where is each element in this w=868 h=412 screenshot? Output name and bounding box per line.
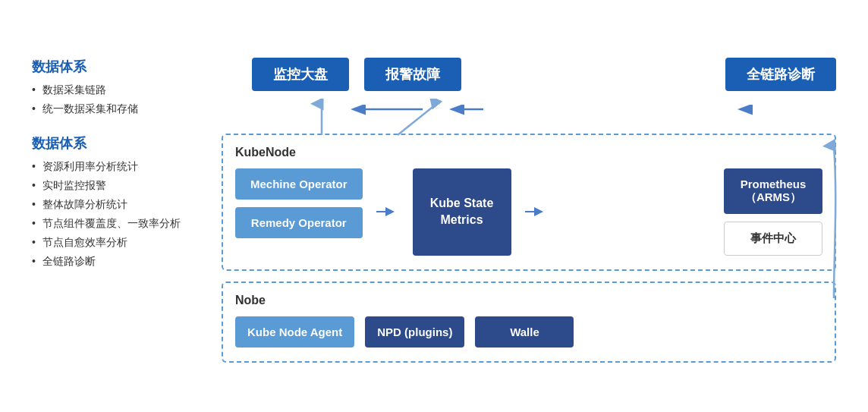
arrows-svg-top [222, 105, 836, 134]
diagram-area: KubeNode Mechine Operator Remedy Operato… [222, 134, 836, 363]
list-item: 数据采集链路 [32, 83, 199, 97]
nobe-box: Nobe Kube Node Agent NPD (plugins) Walle [222, 281, 836, 363]
arrow-operators-kube [373, 168, 402, 256]
top-boxes-row: 监控大盘 报警故障 全链路诊断 [252, 58, 836, 91]
jiankong-box: 监控大盘 [252, 58, 349, 91]
left-panel: 数据体系 数据采集链路 统一数据采集和存储 数据体系 资源利用率分析统计 实时监… [32, 50, 199, 363]
kubenode-box: KubeNode Mechine Operator Remedy Operato… [222, 134, 836, 271]
section1-title: 数据体系 [32, 58, 199, 76]
section2-list: 资源利用率分析统计 实时监控报警 整体故障分析统计 节点组件覆盖度、一致率分析 … [32, 160, 199, 269]
baojing-box: 报警故障 [364, 58, 461, 91]
prometheus-box: Prometheus （ARMS） [724, 168, 822, 214]
kube-state-metrics-box: Kube State Metrics [413, 168, 511, 256]
list-item: 全链路诊断 [32, 255, 199, 269]
list-item: 实时监控报警 [32, 179, 199, 193]
right-col: Prometheus （ARMS） 事件中心 [724, 168, 822, 256]
kubenode-label: KubeNode [235, 146, 822, 159]
right-panel: 监控大盘 报警故障 全链路诊断 [222, 50, 836, 363]
list-item: 节点组件覆盖度、一致率分析 [32, 217, 199, 231]
mechine-operator-box: Mechine Operator [235, 168, 363, 200]
list-item: 节点自愈效率分析 [32, 236, 199, 250]
npd-plugins-box: NPD (plugins) [365, 316, 464, 348]
arrow-icon2 [525, 204, 548, 219]
walle-box: Walle [475, 316, 574, 348]
quanlianjia-box: 全链路诊断 [725, 58, 836, 91]
event-center-box: 事件中心 [724, 222, 822, 256]
section2-title: 数据体系 [32, 134, 199, 153]
arrow-kube-prometheus [522, 168, 551, 256]
list-item: 整体故障分析统计 [32, 198, 199, 212]
arrow-icon [376, 204, 399, 219]
main-container: 数据体系 数据采集链路 统一数据采集和存储 数据体系 资源利用率分析统计 实时监… [17, 35, 851, 378]
nobe-label: Nobe [235, 294, 822, 307]
list-item: 统一数据采集和存储 [32, 102, 199, 116]
kube-node-agent-box: Kube Node Agent [235, 316, 354, 348]
remedy-operator-box: Remedy Operator [235, 207, 363, 238]
section1-list: 数据采集链路 统一数据采集和存储 [32, 83, 199, 116]
nobe-inner: Kube Node Agent NPD (plugins) Walle [235, 316, 822, 348]
kubenode-inner: Mechine Operator Remedy Operator [235, 168, 822, 256]
list-item: 资源利用率分析统计 [32, 160, 199, 174]
operators-col: Mechine Operator Remedy Operator [235, 168, 363, 256]
